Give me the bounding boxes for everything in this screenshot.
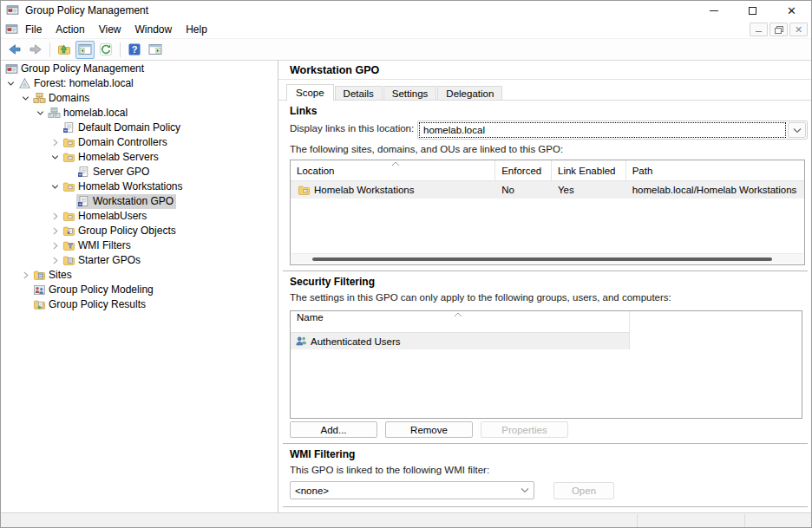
tab-scope[interactable]: Scope [286, 84, 334, 101]
security-table-header[interactable]: Name [291, 311, 629, 333]
cell-link_enabled: Yes [552, 185, 626, 195]
menu-view[interactable]: View [92, 21, 128, 38]
security-filtering-table[interactable]: Name Authenticated Users [290, 310, 802, 419]
tab-settings[interactable]: Settings [383, 86, 437, 101]
console-tree-icon [78, 42, 92, 56]
tree-item-label: Group Policy Objects [75, 225, 179, 238]
tree-item-homelab-workstations[interactable]: Homelab Workstations [1, 179, 278, 194]
column-header-enforced[interactable]: Enforced [495, 160, 552, 180]
tab-divider [278, 100, 812, 101]
tree-item-forest-homelab-local[interactable]: Forest: homelab.local [1, 76, 278, 91]
tree-item-homelabusers[interactable]: HomelabUsers [1, 209, 278, 224]
minimize-button[interactable] [694, 1, 733, 20]
wmi-folder-icon [62, 239, 75, 252]
chevron-expanded-icon[interactable] [48, 151, 62, 165]
security-table-row[interactable]: Authenticated Users [291, 333, 629, 349]
tree-item-default-domain-policy[interactable]: Default Domain Policy [1, 121, 278, 135]
statusbar-divider [637, 514, 638, 527]
open-button[interactable]: Open [553, 482, 614, 499]
sort-ascending-icon [454, 312, 462, 317]
up-one-level-icon [57, 42, 71, 56]
chevron-collapsed-icon[interactable] [48, 210, 62, 224]
svg-text:?: ? [132, 44, 138, 55]
links-table-header[interactable]: LocationEnforcedLink EnabledPath [291, 160, 804, 181]
gpmc-console-icon [6, 3, 20, 17]
tree-item-workstation-gpo[interactable]: Workstation GPO [1, 194, 278, 209]
chevron-collapsed-icon[interactable] [18, 269, 32, 283]
menu-file[interactable]: File [18, 21, 49, 38]
gpo-icon [76, 195, 90, 208]
tree-item-starter-gpos[interactable]: Starter GPOs [1, 253, 278, 268]
ou-folder-icon [297, 184, 311, 197]
close-icon: ✕ [787, 5, 796, 16]
back-button[interactable] [5, 41, 24, 59]
tree-item-label: HomelabUsers [75, 210, 149, 223]
tree-item-group-policy-management[interactable]: Group Policy Management [1, 62, 278, 76]
add-button[interactable]: Add... [290, 421, 377, 438]
security-filtering-heading: Security Filtering [290, 276, 375, 288]
chevron-collapsed-icon[interactable] [48, 136, 62, 150]
console-tree-button[interactable] [75, 41, 95, 59]
tree-item-wmi-filters[interactable]: WMI Filters [1, 238, 278, 253]
name-column-header[interactable]: Name [291, 304, 324, 323]
chevron-expanded-icon[interactable] [18, 92, 32, 106]
tree-item-group-policy-modeling[interactable]: Group Policy Modeling [1, 283, 278, 297]
action-pane-icon [148, 42, 162, 56]
tree-item-label: Workstation GPO [90, 195, 176, 208]
remove-button[interactable]: Remove [385, 421, 473, 438]
column-header-link-enabled[interactable]: Link Enabled [552, 160, 626, 180]
child-close-button[interactable]: ✕ [789, 23, 808, 36]
horizontal-scrollbar[interactable] [291, 253, 803, 264]
links-table[interactable]: LocationEnforcedLink EnabledPath Homelab… [290, 160, 805, 265]
section-separator [283, 506, 808, 508]
chevron-collapsed-icon[interactable] [48, 239, 62, 253]
tree-item-group-policy-results[interactable]: Group Policy Results [1, 297, 278, 312]
location-combobox[interactable]: homelab.local [417, 121, 808, 140]
column-header-path[interactable]: Path [626, 160, 804, 180]
chevron-expanded-icon[interactable] [3, 77, 17, 91]
location-dropdown-button[interactable] [788, 122, 806, 138]
results-icon [32, 298, 46, 311]
tree-item-label: Domain Controllers [75, 136, 170, 149]
maximize-icon [749, 7, 756, 15]
back-icon [8, 42, 22, 56]
tab-details[interactable]: Details [335, 86, 383, 101]
tree-item-homelab-servers[interactable]: Homelab Servers [1, 150, 278, 165]
tab-delegation[interactable]: Delegation [437, 86, 502, 101]
links-table-row[interactable]: Homelab WorkstationsNoYeshomelab.local/H… [291, 181, 804, 199]
up-one-level-button[interactable] [55, 41, 74, 59]
properties-button[interactable]: Properties [481, 421, 568, 438]
wmi-filter-dropdown[interactable]: <none> [290, 481, 534, 499]
chevron-expanded-icon[interactable] [48, 180, 62, 194]
maximize-button[interactable] [733, 1, 772, 20]
chevron-collapsed-icon[interactable] [48, 254, 62, 268]
tree-item-server-gpo[interactable]: Server GPO [1, 165, 278, 179]
menu-window[interactable]: Window [128, 21, 180, 38]
menu-help[interactable]: Help [179, 21, 214, 38]
tree-item-group-policy-objects[interactable]: Group Policy Objects [1, 224, 278, 238]
display-links-label: Display links in this location: [290, 123, 414, 134]
tree-item-label: Group Policy Results [46, 298, 148, 311]
ou-folder-icon [62, 151, 75, 164]
chevron-expanded-icon[interactable] [33, 107, 47, 121]
tree-item-label: Starter GPOs [75, 254, 143, 267]
tab-strip: ScopeDetailsSettingsDelegation [286, 84, 503, 101]
tree-item-domain-controllers[interactable]: Domain Controllers [1, 135, 278, 150]
menu-action[interactable]: Action [49, 21, 91, 38]
chevron-collapsed-icon[interactable] [48, 225, 62, 238]
refresh-button[interactable] [96, 41, 115, 59]
child-restore-icon [775, 26, 783, 33]
tree-item-sites[interactable]: Sites [1, 268, 278, 283]
tree-item-domains[interactable]: Domains [1, 91, 278, 106]
help-button[interactable]: ? [125, 41, 144, 59]
chevron-placeholder [62, 195, 76, 209]
child-minimize-button[interactable] [750, 23, 768, 36]
forward-button[interactable] [26, 41, 45, 59]
tree-item-homelab-local[interactable]: homelab.local [1, 106, 278, 121]
chevron-placeholder [48, 121, 62, 135]
close-button[interactable]: ✕ [772, 1, 811, 20]
action-pane-button[interactable] [146, 41, 165, 59]
child-close-icon: ✕ [795, 25, 802, 35]
scrollbar-thumb[interactable] [312, 257, 772, 261]
child-restore-button[interactable] [769, 23, 788, 36]
